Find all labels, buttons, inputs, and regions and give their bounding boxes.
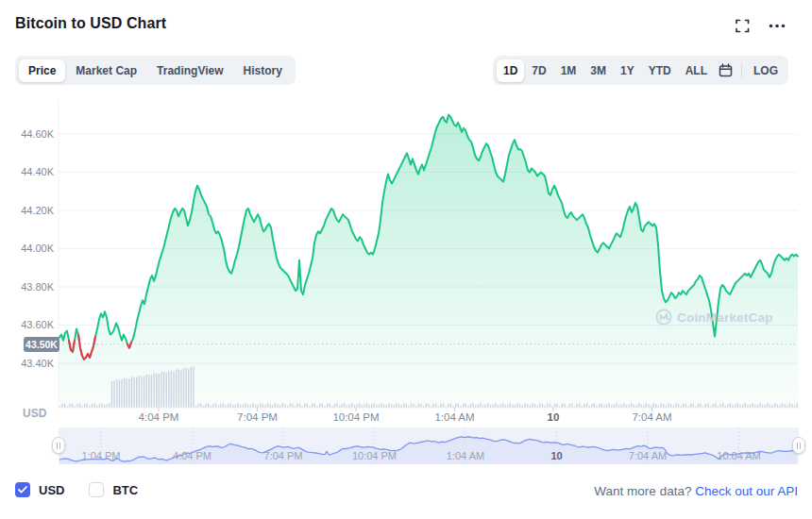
watermark: CoinMarketCap <box>655 309 773 326</box>
coinmarketcap-logo-icon <box>655 309 672 326</box>
navigator-axis-label: 1:04 PM <box>82 450 121 461</box>
price-chart-canvas[interactable] <box>0 0 812 519</box>
check-icon <box>18 486 27 494</box>
navigator-left-handle[interactable] <box>52 437 65 454</box>
navigator-axis-label: 1:04 AM <box>447 450 484 461</box>
btc-label: BTC <box>112 483 138 497</box>
navigator-axis-label: 4:04 PM <box>173 450 211 461</box>
api-promo: Want more data? Check out our API <box>594 484 798 498</box>
usd-label: USD <box>39 483 64 497</box>
grip-icon <box>57 443 60 449</box>
legend-item-btc[interactable]: BTC <box>89 482 138 497</box>
price-chart-widget: Bitcoin to USD Chart Price Market Cap Tr… <box>0 0 812 519</box>
current-price-badge: 43.50K <box>24 337 59 352</box>
api-link[interactable]: Check out our API <box>695 484 798 498</box>
api-prompt-text: Want more data? <box>594 484 691 498</box>
navigator-axis-label: 7:04 AM <box>629 450 667 461</box>
navigator-right-handle[interactable] <box>792 437 805 454</box>
currency-legend: USD BTC <box>15 482 138 497</box>
grip-icon <box>797 443 801 449</box>
navigator-axis-label: 10:04 AM <box>717 450 760 461</box>
legend-item-usd[interactable]: USD <box>15 482 64 497</box>
navigator-axis-label: 10 <box>550 450 562 461</box>
btc-checkbox[interactable] <box>89 482 104 497</box>
navigator-axis-label: 7:04 PM <box>264 450 303 461</box>
navigator-axis-label: 10:04 PM <box>352 450 397 461</box>
watermark-text: CoinMarketCap <box>677 310 773 325</box>
usd-checkbox[interactable] <box>15 482 30 497</box>
